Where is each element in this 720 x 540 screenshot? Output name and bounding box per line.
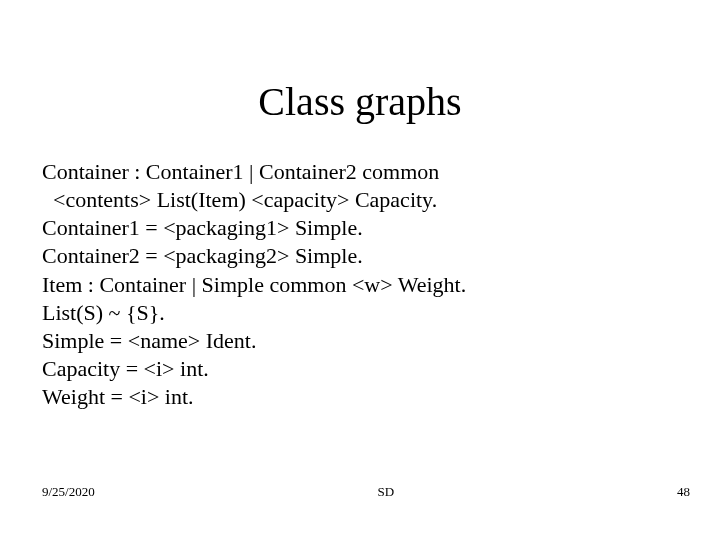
- body-line: Container : Container1 | Container2 comm…: [42, 159, 439, 184]
- body-line: Container2 = <packaging2> Simple.: [42, 243, 363, 268]
- body-line: Capacity = <i> int.: [42, 356, 209, 381]
- body-line: Item : Container | Simple common <w> Wei…: [42, 272, 466, 297]
- footer-center-label: SD: [95, 484, 677, 500]
- slide-title: Class graphs: [0, 78, 720, 125]
- footer-page-number: 48: [677, 484, 690, 500]
- body-line: <contents> List(Item) <capacity> Capacit…: [42, 187, 437, 212]
- slide-footer: 9/25/2020 SD 48: [42, 482, 690, 502]
- footer-date: 9/25/2020: [42, 484, 95, 500]
- body-line: List(S) ~ {S}.: [42, 300, 165, 325]
- body-line: Weight = <i> int.: [42, 384, 194, 409]
- slide-body: Container : Container1 | Container2 comm…: [42, 158, 678, 411]
- body-line: Container1 = <packaging1> Simple.: [42, 215, 363, 240]
- slide: Class graphs Container : Container1 | Co…: [0, 0, 720, 540]
- body-line: Simple = <name> Ident.: [42, 328, 256, 353]
